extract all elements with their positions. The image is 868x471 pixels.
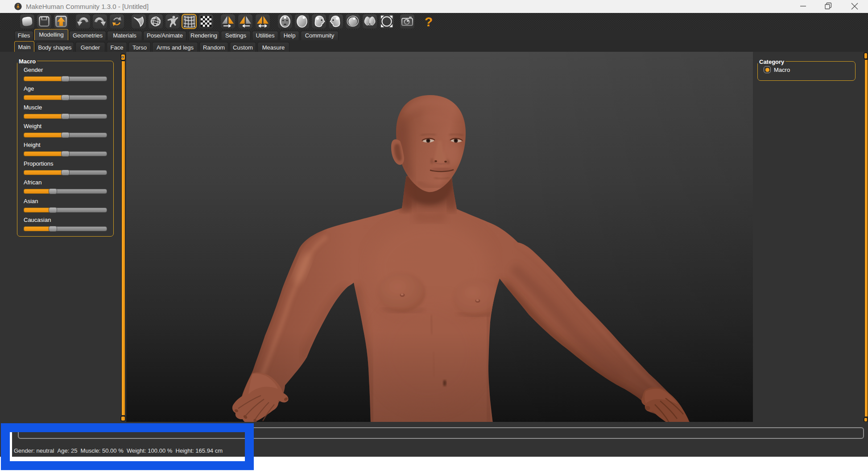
svg-text:?: ? [425,14,433,29]
